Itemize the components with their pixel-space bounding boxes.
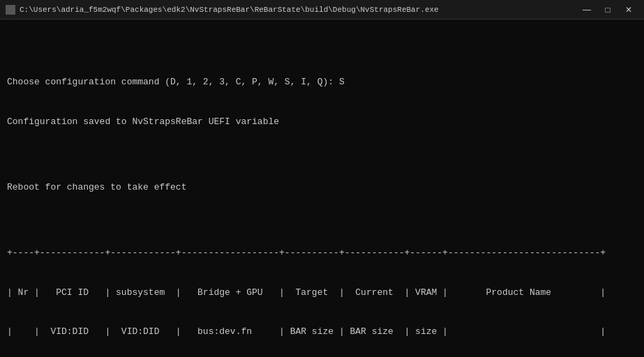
maximize-button[interactable]: □ bbox=[598, 3, 617, 17]
terminal-output: Choose configuration command (D, 1, 2, 3… bbox=[0, 20, 644, 357]
title-bar-left: C:\Users\adria_f5m2wqf\Packages\edk2\NvS… bbox=[6, 5, 439, 15]
terminal-table-header-2: | | VID:DID | VID:DID | bus:dev.fn | BAR… bbox=[7, 326, 637, 339]
terminal-line-2: Configuration saved to NvStrapsReBar UEF… bbox=[7, 116, 637, 129]
title-text: C:\Users\adria_f5m2wqf\Packages\edk2\NvS… bbox=[20, 6, 439, 14]
terminal-line-1: Choose configuration command (D, 1, 2, 3… bbox=[7, 76, 637, 89]
terminal-table-header-1: | Nr | PCI ID | subsystem | Bridge + GPU… bbox=[7, 287, 637, 300]
title-bar: C:\Users\adria_f5m2wqf\Packages\edk2\NvS… bbox=[0, 0, 644, 20]
title-bar-controls: — □ ✕ bbox=[577, 3, 638, 17]
close-button[interactable]: ✕ bbox=[619, 3, 638, 17]
terminal-line-4: Reboot for changes to take effect bbox=[7, 181, 637, 195]
terminal-table-border-top: +----+------------+------------+--------… bbox=[7, 247, 637, 260]
app-icon bbox=[6, 5, 15, 15]
minimize-button[interactable]: — bbox=[577, 3, 597, 17]
